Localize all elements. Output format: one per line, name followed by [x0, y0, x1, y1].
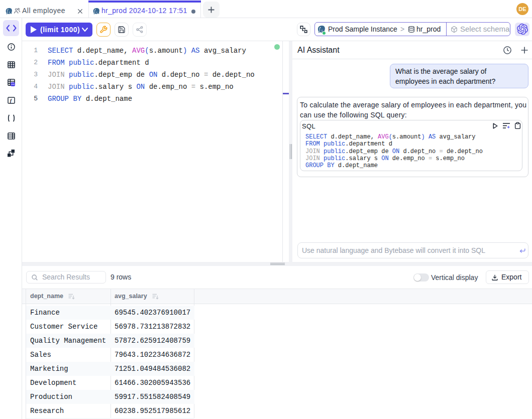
- svg-text:f: f: [10, 98, 13, 103]
